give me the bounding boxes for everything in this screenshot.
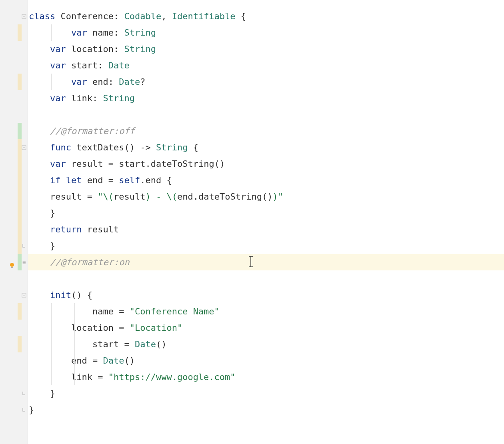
gutter-line[interactable] [0, 123, 28, 139]
token-type: String [124, 28, 156, 38]
code-line[interactable]: var result = start.dateToString() [28, 156, 504, 172]
gutter-line[interactable] [0, 205, 28, 221]
change-marker-yellow[interactable] [18, 156, 22, 172]
code-line[interactable] [28, 106, 504, 123]
token-punct: () [124, 356, 135, 366]
code-line[interactable]: } [28, 205, 504, 221]
change-marker-yellow[interactable] [18, 303, 22, 320]
gutter-line[interactable] [0, 270, 28, 287]
gutter-line[interactable] [0, 385, 28, 402]
code-line-content: var result = start.dateToString() [28, 159, 225, 169]
indent-guide [74, 352, 75, 369]
gutter-line[interactable] [0, 24, 28, 41]
code-line[interactable]: result = "\(result) - \(end.dateToString… [28, 188, 504, 205]
change-marker-green[interactable] [18, 254, 22, 270]
token-kw: let [66, 175, 82, 185]
code-line[interactable]: ≡ //@formatter:on [28, 254, 504, 270]
svg-point-6 [10, 263, 14, 267]
gutter-line[interactable] [0, 106, 28, 123]
token-ident: result [71, 159, 103, 169]
code-line[interactable]: init() { [28, 287, 504, 303]
token-ident: end [92, 77, 108, 87]
code-line[interactable]: var start: Date [28, 57, 504, 74]
gutter-line[interactable] [0, 287, 28, 303]
gutter-line[interactable] [0, 402, 28, 418]
code-line[interactable]: var location: String [28, 41, 504, 57]
gutter-line[interactable] [0, 172, 28, 188]
token-punct: { [161, 175, 172, 185]
code-line[interactable]: var link: String [28, 90, 504, 106]
change-marker-yellow[interactable] [18, 188, 22, 205]
token-kw: if [50, 175, 61, 185]
change-marker-green[interactable] [18, 123, 22, 139]
code-line[interactable]: } [28, 402, 504, 418]
code-line[interactable]: } [28, 385, 504, 402]
code-line-content: start = Date() [28, 339, 166, 349]
change-marker-yellow[interactable] [18, 172, 22, 188]
code-line[interactable]: start = Date() [28, 336, 504, 352]
token-kw: class [29, 11, 55, 21]
code-line[interactable]: name = "Conference Name" [28, 303, 504, 320]
code-line[interactable]: var end: Date? [28, 74, 504, 90]
code-line[interactable]: end = Date() [28, 352, 504, 369]
fold-expand-icon[interactable] [21, 407, 27, 413]
change-marker-yellow[interactable] [18, 221, 22, 238]
gutter-line[interactable] [0, 221, 28, 238]
fold-collapse-icon[interactable] [21, 292, 27, 298]
token-punct: } [50, 241, 55, 251]
gutter-line[interactable] [0, 238, 28, 254]
gutter-line[interactable] [0, 139, 28, 156]
code-line-content: var start: Date [28, 60, 130, 70]
fold-collapse-icon[interactable] [21, 145, 27, 150]
code-line[interactable]: link = "https://www.google.com" [28, 369, 504, 385]
gutter-line[interactable] [0, 8, 28, 24]
token-punct: = [92, 372, 108, 382]
gutter-line[interactable] [0, 369, 28, 385]
code-line[interactable]: location = "Location" [28, 320, 504, 336]
gutter-line[interactable] [0, 90, 28, 106]
gutter-line[interactable] [0, 74, 28, 90]
token-comment: //@formatter:off [50, 126, 135, 136]
code-line[interactable]: return result [28, 221, 504, 238]
code-line-content: end = Date() [28, 356, 135, 366]
fold-expand-icon[interactable] [21, 243, 27, 249]
token-kw: self [119, 175, 140, 185]
token-punct: () [156, 339, 167, 349]
gutter-line[interactable] [0, 41, 28, 57]
code-line[interactable]: class Conference: Codable, Identifiable … [28, 8, 504, 24]
code-line[interactable]: } [28, 238, 504, 254]
change-marker-yellow[interactable] [18, 74, 22, 90]
gutter-line[interactable] [0, 352, 28, 369]
code-line[interactable]: if let end = self.end { [28, 172, 504, 188]
token-str: "https://www.google.com" [108, 372, 236, 382]
change-marker-yellow[interactable] [18, 336, 22, 352]
code-line-content: if let end = self.end { [28, 175, 172, 185]
code-line[interactable] [28, 270, 504, 287]
change-marker-yellow[interactable] [18, 205, 22, 221]
code-editor[interactable]: class Conference: Codable, Identifiable … [28, 0, 504, 444]
token-kw: init [50, 290, 71, 300]
token-punct: : [108, 77, 119, 87]
token-punct: () [262, 192, 273, 202]
fold-collapse-icon[interactable] [21, 14, 27, 19]
fold-expand-icon[interactable] [21, 391, 27, 396]
gutter-line[interactable] [0, 156, 28, 172]
token-punct: . [193, 192, 198, 202]
gutter-line[interactable] [0, 57, 28, 74]
editor-gutter[interactable] [0, 0, 28, 444]
code-line[interactable]: //@formatter:off [28, 123, 504, 139]
token-kw: var [50, 44, 66, 54]
gutter-line[interactable] [0, 303, 28, 320]
change-marker-yellow[interactable] [18, 24, 22, 41]
token-type: String [124, 44, 156, 54]
code-line[interactable]: var name: String [28, 24, 504, 41]
lightbulb-icon[interactable] [8, 258, 16, 266]
token-comment: //@formatter:on [50, 257, 130, 267]
token-ident: location [71, 44, 114, 54]
token-punct [60, 175, 66, 185]
token-ident: location [71, 323, 114, 333]
gutter-line[interactable] [0, 320, 28, 336]
gutter-line[interactable] [0, 336, 28, 352]
gutter-line[interactable] [0, 188, 28, 205]
code-line[interactable]: func textDates() -> String { [28, 139, 504, 156]
